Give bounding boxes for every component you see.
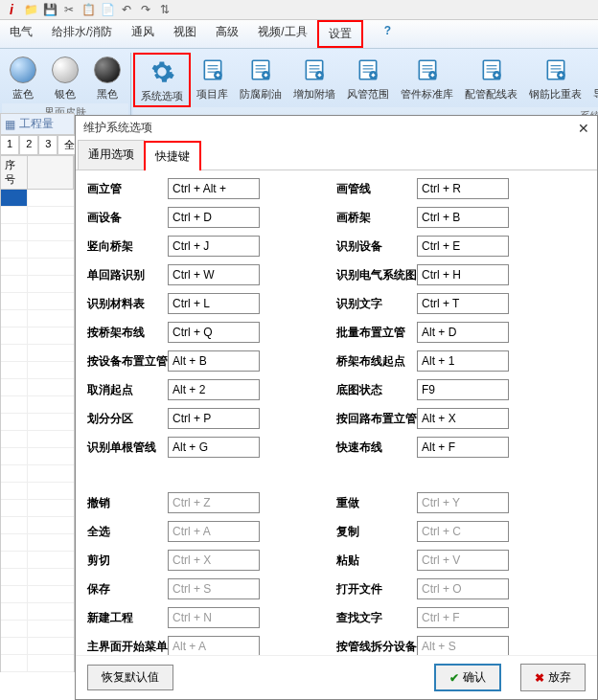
ribbon-item[interactable]: 风管范围 <box>341 53 395 107</box>
table-row[interactable] <box>1 431 74 448</box>
shortcut-input[interactable] <box>168 322 260 343</box>
shortcut-input[interactable] <box>168 408 260 429</box>
table-row[interactable] <box>1 621 74 638</box>
shortcut-input[interactable] <box>168 379 260 400</box>
page-tab[interactable]: 2 <box>19 135 38 155</box>
table-row[interactable] <box>1 362 74 379</box>
table-row[interactable] <box>1 259 74 276</box>
tab-shortcuts[interactable]: 快捷键 <box>144 141 201 170</box>
copy-icon[interactable]: 📋 <box>80 2 96 17</box>
ribbon-item[interactable]: 系统选项 <box>133 53 191 107</box>
ribbon-item[interactable]: 项目库 <box>191 53 234 107</box>
cut-icon[interactable]: ✂ <box>61 2 77 17</box>
table-row[interactable] <box>1 586 74 603</box>
ribbon-item[interactable]: 导流叶片 <box>587 53 598 107</box>
table-row[interactable] <box>1 276 74 293</box>
menu-item[interactable]: 设置 <box>317 20 363 48</box>
table-row[interactable] <box>1 569 74 586</box>
menu-item[interactable]: 视频/工具 <box>248 20 316 48</box>
table-row[interactable] <box>1 552 74 569</box>
table-row[interactable] <box>1 190 74 207</box>
table-row[interactable] <box>1 310 74 327</box>
table-row[interactable] <box>1 414 74 431</box>
shortcut-input <box>417 578 509 599</box>
column-header[interactable] <box>28 156 74 189</box>
shortcut-input[interactable] <box>417 379 509 400</box>
ribbon-item[interactable]: 增加附墙 <box>288 53 341 107</box>
table-row[interactable] <box>1 396 74 414</box>
column-header[interactable]: 序号 <box>1 156 28 189</box>
page-tab[interactable]: 3 <box>38 135 58 155</box>
shortcut-input[interactable] <box>417 408 509 429</box>
shortcut-input[interactable] <box>168 236 260 257</box>
shortcut-input[interactable] <box>417 236 509 257</box>
ok-button[interactable]: ✔确认 <box>434 664 501 691</box>
system-options-dialog: 维护系统选项 ✕ 通用选项快捷键 画立管 画管线 画设备 画桥架 竖向桥架 <box>75 115 598 700</box>
menu-item[interactable]: 给排水/消防 <box>42 20 122 48</box>
gear-icon <box>149 58 175 85</box>
redo-icon[interactable]: ↷ <box>138 2 153 17</box>
table-row[interactable] <box>1 327 74 345</box>
save-icon[interactable]: 💾 <box>42 2 58 17</box>
shortcut-input[interactable] <box>168 293 260 314</box>
ribbon-item[interactable]: 钢筋比重表 <box>523 53 587 107</box>
table-row[interactable] <box>1 655 74 672</box>
table-row[interactable] <box>1 517 74 534</box>
tab-general[interactable]: 通用选项 <box>78 140 145 169</box>
shortcut-input[interactable] <box>417 322 509 343</box>
restore-default-button[interactable]: 恢复默认值 <box>87 665 173 690</box>
table-row[interactable] <box>1 224 74 241</box>
shortcut-label: 按桥架布线 <box>87 325 168 341</box>
shortcut-input[interactable] <box>417 350 509 372</box>
table-row[interactable] <box>1 293 74 310</box>
shortcut-input[interactable] <box>417 293 509 314</box>
menu-item[interactable]: 电气 <box>0 20 42 48</box>
app-logo-icon: i <box>4 2 19 17</box>
paste-icon[interactable]: 📄 <box>100 2 115 17</box>
panel-header[interactable]: ▦ 工程量 <box>0 113 75 135</box>
shortcut-input <box>168 550 260 571</box>
menu-item[interactable]: 通风 <box>122 20 164 48</box>
table-row[interactable] <box>1 534 74 552</box>
shortcut-row: 全选 复制 <box>87 521 586 542</box>
shortcut-input[interactable] <box>168 437 260 458</box>
close-icon[interactable]: ✕ <box>578 121 589 136</box>
ribbon-item[interactable]: 银色 <box>44 53 86 103</box>
shortcut-input[interactable] <box>417 207 509 228</box>
shortcut-label: 打开文件 <box>336 581 417 598</box>
menu-item[interactable]: 视图 <box>164 20 206 48</box>
page-tab[interactable]: 1 <box>0 135 19 155</box>
sort-icon[interactable]: ⇅ <box>157 2 172 17</box>
table-row[interactable] <box>1 448 74 465</box>
table-row[interactable] <box>1 500 74 517</box>
table-row[interactable] <box>1 638 74 655</box>
shortcut-row: 剪切 粘贴 <box>87 550 586 571</box>
shortcut-label: 按回路布置立管 <box>336 411 417 427</box>
table-row[interactable] <box>1 603 74 621</box>
help-icon[interactable]: ? <box>375 20 401 48</box>
undo-icon[interactable]: ↶ <box>119 2 134 17</box>
table-row[interactable] <box>1 483 74 500</box>
shortcut-input[interactable] <box>168 264 260 285</box>
shortcut-input[interactable] <box>417 264 509 285</box>
open-icon[interactable]: 📁 <box>23 2 38 17</box>
shortcut-input[interactable] <box>168 178 260 199</box>
ribbon-item[interactable]: 蓝色 <box>2 53 44 103</box>
shortcut-input[interactable] <box>168 350 260 372</box>
table-row[interactable] <box>1 345 74 362</box>
table-row[interactable] <box>1 207 74 224</box>
table-row[interactable] <box>1 465 74 483</box>
document-icon <box>302 57 327 82</box>
document-icon <box>479 57 504 82</box>
ribbon-item[interactable]: 配管配线表 <box>459 53 523 107</box>
menu-item[interactable]: 高级 <box>206 20 248 48</box>
ribbon-item[interactable]: 管件标准库 <box>395 53 459 107</box>
table-row[interactable] <box>1 241 74 259</box>
ribbon-item[interactable]: 黑色 <box>86 53 128 103</box>
cancel-button[interactable]: ✖放弃 <box>520 664 586 691</box>
shortcut-input[interactable] <box>168 207 260 228</box>
ribbon-item[interactable]: 防腐刷油 <box>234 53 288 107</box>
table-row[interactable] <box>1 379 74 396</box>
shortcut-input[interactable] <box>417 437 509 458</box>
shortcut-input[interactable] <box>417 178 509 199</box>
